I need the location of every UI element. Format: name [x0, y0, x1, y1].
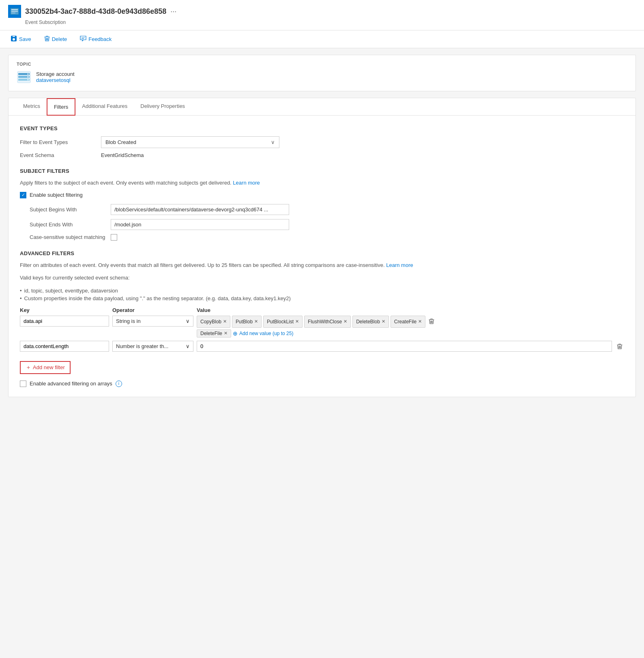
page-subtitle: Event Subscription — [25, 19, 636, 25]
remove-putblocklist-button[interactable]: ✕ — [295, 319, 299, 324]
filter-row-1-tags-row2: DeleteFile ✕ ⊕ Add new value (up to 25) — [197, 329, 621, 338]
enable-subject-filtering-row[interactable]: ✓ Enable subject filtering — [20, 192, 624, 198]
event-types-value: Blob Created — [105, 139, 136, 145]
tag-putblocklist: PutBlockList ✕ — [263, 316, 303, 328]
toolbar: Save Delete Feedback — [0, 30, 644, 48]
remove-putblob-button[interactable]: ✕ — [254, 319, 258, 324]
filter-row-1-value-area: CopyBlob ✕ PutBlob ✕ PutBlockList ✕ Fl — [197, 316, 621, 338]
remove-deletefile-button[interactable]: ✕ — [224, 331, 228, 336]
remove-deleteblob-button[interactable]: ✕ — [382, 319, 385, 324]
valid-keys-list: id, topic, subject, eventtype, dataversi… — [20, 287, 624, 302]
add-new-filter-button[interactable]: ＋ Add new filter — [20, 361, 71, 374]
subject-filters-description: Apply filters to the subject of each eve… — [20, 179, 624, 187]
event-schema-row: Event Schema EventGridSchema — [20, 152, 624, 158]
subject-begins-row: Subject Begins With — [30, 204, 624, 215]
add-value-icon: ⊕ — [233, 330, 238, 337]
filter-row-1-key-cell — [20, 316, 109, 327]
topic-section-label: TOPIC — [17, 62, 627, 67]
page-title: 330052b4-3ac7-888d-43d8-0e943d86e858 — [25, 7, 166, 16]
advanced-filters-description: Filter on attributes of each event. Only… — [20, 261, 624, 269]
filter-row-2-value-cell — [197, 341, 612, 352]
tag-flushwithclose: FlushWithClose ✕ — [304, 316, 351, 328]
page-header: 330052b4-3ac7-888d-43d8-0e943d86e858 ···… — [0, 0, 644, 30]
feedback-button[interactable]: Feedback — [77, 34, 114, 44]
valid-keys-label: Valid keys for currently selected event … — [20, 274, 624, 282]
filter-row-2-operator-value: Number is greater th... — [116, 343, 168, 349]
enable-subject-filtering-checkbox[interactable]: ✓ — [20, 192, 26, 198]
feedback-label: Feedback — [88, 36, 112, 42]
chevron-down-icon: ∨ — [186, 318, 190, 324]
advanced-filters-title: ADVANCED FILTERS — [20, 250, 624, 256]
tab-filters[interactable]: Filters — [47, 98, 75, 116]
subject-filters-inputs: Subject Begins With Subject Ends With Ca… — [30, 204, 624, 241]
tag-createfile: CreateFile ✕ — [391, 316, 425, 328]
subject-begins-input[interactable] — [111, 204, 289, 215]
event-types-dropdown[interactable]: Blob Created ∨ — [101, 136, 279, 148]
filter-row-1-operator-dropdown[interactable]: String is in ∨ — [112, 316, 193, 327]
event-types-section: EVENT TYPES Filter to Event Types Blob C… — [20, 125, 624, 158]
delete-row-2-button[interactable] — [615, 342, 624, 353]
col-key-header: Key — [20, 307, 109, 313]
enable-subject-filtering-label: Enable subject filtering — [30, 192, 83, 198]
subject-begins-label: Subject Begins With — [30, 206, 111, 213]
advanced-filters-learn-more[interactable]: Learn more — [386, 262, 413, 268]
tag-deletefile: DeleteFile ✕ — [197, 329, 231, 338]
remove-createfile-button[interactable]: ✕ — [418, 319, 422, 324]
event-schema-value: EventGridSchema — [101, 152, 144, 158]
tag-putblob: PutBlob ✕ — [232, 316, 262, 328]
storage-icon — [17, 70, 31, 84]
tabs-bar: Metrics Filters Additional Features Deli… — [9, 98, 635, 116]
delete-button[interactable]: Delete — [42, 34, 70, 45]
filter-row-1-tags: CopyBlob ✕ PutBlob ✕ PutBlockList ✕ Fl — [197, 316, 621, 328]
tag-copyblo: CopyBlob ✕ — [197, 316, 230, 328]
save-button[interactable]: Save — [8, 34, 34, 45]
filter-row-1-operator-value: String is in — [116, 318, 141, 324]
remove-copyblo-button[interactable]: ✕ — [223, 319, 227, 324]
filter-row-2-operator-dropdown[interactable]: Number is greater th... ∨ — [112, 341, 193, 352]
svg-point-12 — [28, 79, 29, 80]
filter-row-2-key-cell — [20, 341, 109, 352]
subject-filters-section: SUBJECT FILTERS Apply filters to the sub… — [20, 168, 624, 241]
filter-to-event-types-row: Filter to Event Types Blob Created ∨ — [20, 136, 624, 148]
valid-keys-item-1: id, topic, subject, eventtype, dataversi… — [20, 287, 624, 295]
case-sensitive-label: Case-sensitive subject matching — [30, 234, 111, 240]
tab-delivery[interactable]: Delivery Properties — [134, 98, 191, 116]
page-icon — [8, 5, 21, 18]
topic-link[interactable]: dataversetosql — [36, 77, 71, 83]
add-value-button-row1[interactable]: ⊕ Add new value (up to 25) — [233, 329, 293, 338]
filter-row-1-key-input[interactable] — [20, 316, 109, 327]
plus-icon: ＋ — [26, 364, 31, 371]
filter-row-2-value-input[interactable] — [197, 341, 612, 352]
case-sensitive-checkbox[interactable] — [111, 234, 117, 241]
subject-ends-label: Subject Ends With — [30, 221, 111, 228]
topic-type: Storage account — [36, 71, 75, 77]
filters-content: EVENT TYPES Filter to Event Types Blob C… — [9, 116, 635, 397]
filter-row-2: Number is greater th... ∨ — [20, 341, 624, 353]
tab-additional[interactable]: Additional Features — [75, 98, 134, 116]
chevron-down-icon: ∨ — [271, 139, 275, 145]
case-sensitive-row: Case-sensitive subject matching — [30, 234, 624, 241]
remove-flushwithclose-button[interactable]: ✕ — [343, 319, 347, 324]
svg-rect-2 — [11, 11, 18, 12]
save-label: Save — [19, 36, 31, 42]
valid-keys-item-2: Custom properties inside the data payloa… — [20, 295, 624, 302]
filter-row-2-key-input[interactable] — [20, 341, 109, 352]
info-icon[interactable]: i — [116, 381, 122, 387]
tab-metrics[interactable]: Metrics — [17, 98, 47, 116]
tag-deleteblob: DeleteBlob ✕ — [352, 316, 389, 328]
subject-ends-input[interactable] — [111, 219, 289, 230]
subject-filters-learn-more[interactable]: Learn more — [233, 180, 260, 186]
main-content: Metrics Filters Additional Features Deli… — [8, 98, 636, 397]
event-schema-label: Event Schema — [20, 152, 101, 158]
more-options-icon[interactable]: ··· — [170, 7, 176, 16]
filter-row-2-operator-cell: Number is greater th... ∨ — [112, 341, 193, 352]
delete-icon — [44, 35, 50, 43]
advanced-filters-section: ADVANCED FILTERS Filter on attributes of… — [20, 250, 624, 387]
filter-row-1: String is in ∨ CopyBlob ✕ PutBlob ✕ — [20, 316, 624, 338]
enable-advanced-filtering-checkbox[interactable] — [20, 381, 26, 387]
topic-card: TOPIC Storage account dataversetosql — [8, 55, 636, 91]
enable-advanced-filtering-label: Enable advanced filtering on arrays — [30, 381, 112, 387]
delete-row-1-button[interactable] — [427, 316, 436, 328]
subject-filters-title: SUBJECT FILTERS — [20, 168, 624, 174]
enable-advanced-filtering-row: Enable advanced filtering on arrays i — [20, 381, 624, 387]
